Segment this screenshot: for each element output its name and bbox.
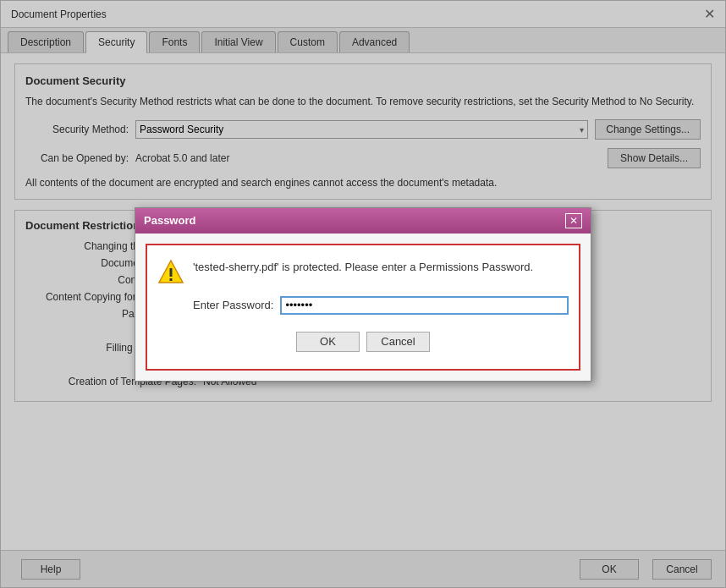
dialog-inner-box: 'tested-sherry.pdf' is protected. Please… [146,244,580,371]
dialog-cancel-button[interactable]: Cancel [366,332,430,352]
dialog-overlay: Password ✕ 'tested-sherry.pdf' is protec… [1,1,725,587]
dialog-close-button[interactable]: ✕ [565,213,582,228]
dialog-content: 'tested-sherry.pdf' is protected. Please… [135,234,591,381]
password-input[interactable] [280,296,569,315]
dialog-ok-button[interactable]: OK [296,332,360,352]
main-window: Document Properties ✕ Description Securi… [0,0,726,588]
warning-icon [157,259,184,286]
svg-rect-1 [170,268,173,277]
dialog-password-row: Enter Password: [157,296,569,315]
dialog-title-bar: Password ✕ [135,208,591,234]
svg-rect-2 [170,278,173,281]
enter-password-label: Enter Password: [193,299,273,311]
password-dialog: Password ✕ 'tested-sherry.pdf' is protec… [135,207,591,382]
dialog-buttons: OK Cancel [157,325,569,355]
dialog-message-row: 'tested-sherry.pdf' is protected. Please… [157,259,569,286]
dialog-title: Password [144,214,195,227]
dialog-message: 'tested-sherry.pdf' is protected. Please… [193,259,533,276]
